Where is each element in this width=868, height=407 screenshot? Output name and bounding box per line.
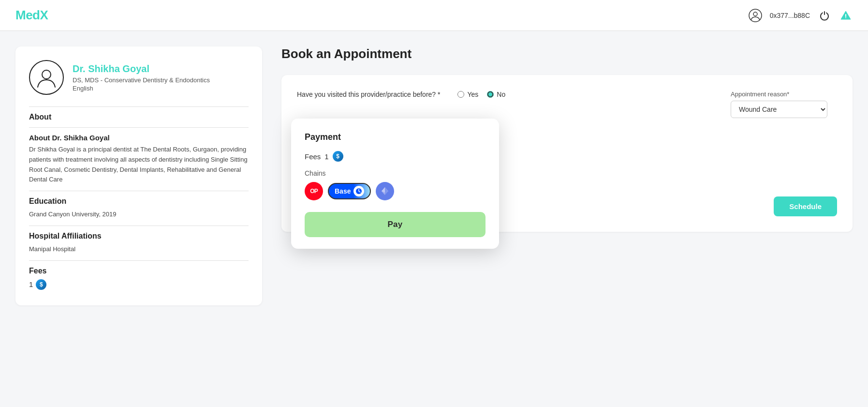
hospital-title: Hospital Affiliations bbox=[29, 232, 249, 241]
fees-value: 1 bbox=[29, 280, 33, 288]
yes-label: Yes bbox=[467, 90, 478, 98]
radio-yes[interactable]: Yes bbox=[457, 90, 478, 98]
chain-base-label: Base bbox=[335, 187, 351, 195]
divider-5 bbox=[29, 260, 249, 261]
payment-modal: Payment Fees 1 $ Chains OP Base bbox=[291, 119, 499, 249]
chain-base-circle bbox=[353, 186, 364, 196]
chain-eth-button[interactable] bbox=[376, 182, 394, 200]
header: MedX 0x377...b88C bbox=[0, 0, 868, 31]
radio-no-input[interactable] bbox=[487, 91, 494, 98]
payment-fees-row: Fees 1 $ bbox=[305, 151, 485, 162]
payment-fees-value: 1 bbox=[324, 152, 328, 161]
booking-section: Book an Appointment Have you visited thi… bbox=[281, 46, 853, 305]
wallet-address: 0x377...b88C bbox=[770, 12, 810, 19]
doctor-language: English bbox=[73, 85, 210, 92]
radio-no[interactable]: No bbox=[487, 90, 505, 98]
svg-point-2 bbox=[845, 17, 846, 18]
coin-icon: $ bbox=[36, 279, 46, 290]
divider-1 bbox=[29, 106, 249, 107]
schedule-button[interactable]: Schedule bbox=[774, 196, 837, 216]
about-subtitle: About Dr. Shikha Goyal bbox=[29, 134, 249, 142]
divider-4 bbox=[29, 226, 249, 226]
fees-title: Fees bbox=[29, 267, 249, 275]
doctor-info: Dr. Shikha Goyal DS, MDS - Conservative … bbox=[73, 63, 210, 92]
alert-icon[interactable] bbox=[839, 9, 853, 22]
booking-title: Book an Appointment bbox=[281, 46, 853, 61]
svg-marker-9 bbox=[382, 187, 385, 193]
about-body: Dr Shikha Goyal is a principal dentist a… bbox=[29, 145, 249, 185]
education-body: Grand Canyon University, 2019 bbox=[29, 210, 249, 220]
user-icon[interactable] bbox=[749, 9, 762, 22]
education-title: Education bbox=[29, 197, 249, 206]
hospital-body: Manipal Hospital bbox=[29, 244, 249, 255]
radio-yes-input[interactable] bbox=[457, 91, 464, 98]
power-icon[interactable] bbox=[818, 9, 831, 22]
divider-2 bbox=[29, 127, 249, 128]
payment-coin-icon: $ bbox=[333, 151, 343, 162]
divider-3 bbox=[29, 191, 249, 191]
svg-point-1 bbox=[753, 12, 757, 16]
fees-row: 1 $ bbox=[29, 279, 249, 290]
appt-reason-select[interactable]: Wound Care General Consultation Follow-u… bbox=[731, 101, 827, 118]
doctor-header: Dr. Shikha Goyal DS, MDS - Conservative … bbox=[29, 60, 249, 95]
svg-point-3 bbox=[42, 70, 51, 79]
doctor-avatar bbox=[29, 60, 64, 95]
booking-form-card: Have you visited this provider/practice … bbox=[281, 75, 853, 232]
logo: MedX bbox=[15, 8, 48, 23]
about-title: About bbox=[29, 113, 249, 121]
chains-row: OP Base bbox=[305, 182, 485, 200]
radio-group: Yes No bbox=[457, 90, 505, 98]
chain-op-button[interactable]: OP bbox=[305, 182, 323, 200]
appt-reason-label: Appointment reason* bbox=[731, 90, 837, 98]
doctor-card: Dr. Shikha Goyal DS, MDS - Conservative … bbox=[15, 46, 262, 305]
main-content: Dr. Shikha Goyal DS, MDS - Conservative … bbox=[0, 31, 868, 321]
no-label: No bbox=[497, 90, 505, 98]
chain-base-button[interactable]: Base bbox=[328, 183, 371, 199]
header-right: 0x377...b88C bbox=[749, 9, 853, 22]
payment-fees-label: Fees bbox=[305, 152, 321, 161]
payment-title: Payment bbox=[305, 132, 485, 142]
doctor-name: Dr. Shikha Goyal bbox=[73, 63, 210, 75]
appointment-reason-col: Appointment reason* Wound Care General C… bbox=[731, 90, 837, 118]
svg-marker-8 bbox=[385, 187, 388, 193]
chains-label: Chains bbox=[305, 169, 485, 177]
pay-button[interactable]: Pay bbox=[305, 212, 485, 237]
doctor-specialty: DS, MDS - Conservative Dentistry & Endod… bbox=[73, 76, 210, 84]
visited-label: Have you visited this provider/practice … bbox=[297, 90, 440, 98]
